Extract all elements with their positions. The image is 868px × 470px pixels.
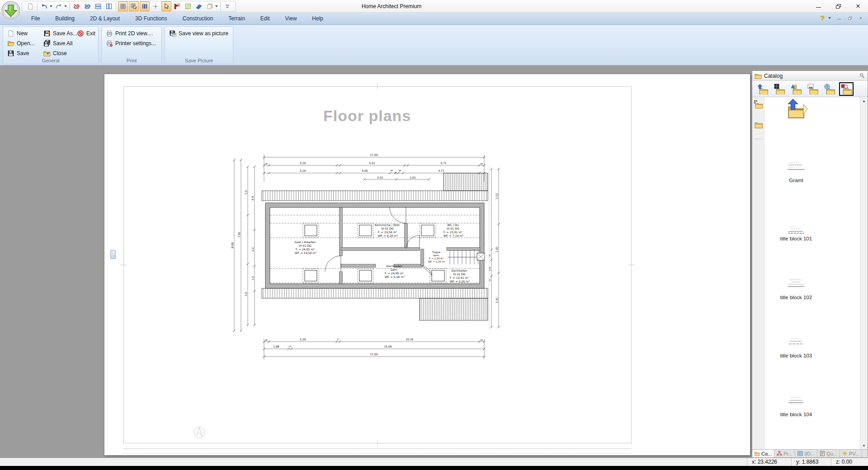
close-button[interactable]: × [848, 0, 868, 12]
catalog-tab-3d[interactable]: 3D... [795, 450, 817, 457]
overflow-chevron-icon [224, 3, 231, 10]
split-vertical-button[interactable] [104, 1, 114, 11]
tab-construction[interactable]: Construction [175, 13, 221, 24]
svg-text:2D: 2D [73, 4, 80, 9]
panel-splitter-grip[interactable] [110, 250, 116, 259]
tab-terrain[interactable]: Terrain [221, 13, 253, 24]
redo-icon [55, 3, 62, 10]
open-label: Open... [17, 40, 34, 47]
group-label-save-picture: Save Picture [165, 58, 233, 63]
doc-restore-button[interactable] [847, 16, 852, 20]
catalog-textures-button[interactable] [806, 82, 820, 96]
catalog-item-graml[interactable]: Graml [764, 178, 828, 183]
quantities-tab-icon [820, 451, 825, 456]
select-grid-button[interactable] [129, 1, 139, 11]
catalog-thumb-103[interactable] [764, 336, 828, 350]
catalog-windows-button[interactable] [772, 82, 787, 96]
new-button[interactable]: New [6, 29, 29, 38]
catalog-item-folder-up[interactable] [784, 98, 809, 120]
scroll-down-button[interactable]: ▼ [860, 442, 868, 449]
catalog-tab-catalog[interactable]: Ca... [752, 450, 774, 457]
undo-dropdown-arrow[interactable] [50, 5, 52, 7]
columns-toggle-button[interactable] [140, 1, 150, 11]
catalog-content[interactable]: Graml title block 101 title block 102 ti… [752, 97, 868, 449]
help-icon[interactable]: ? [821, 14, 825, 22]
3d-view-icon: 3D [84, 3, 91, 10]
catalog-item-titleblock-103[interactable]: title block 103 [764, 353, 828, 358]
tab-3d-functions[interactable]: 3D Functions [127, 13, 175, 24]
svg-text:24: 24 [394, 172, 397, 174]
doc-close-button[interactable]: × [858, 16, 863, 20]
snap-crosshair-button[interactable] [151, 1, 160, 11]
tab-view[interactable]: View [278, 13, 305, 24]
view-3d-button[interactable]: 3D [82, 1, 92, 11]
exit-button[interactable]: Exit [75, 29, 97, 38]
select-cursor-button[interactable] [161, 1, 171, 11]
redo-dropdown-arrow[interactable] [64, 5, 67, 7]
grid-toggle-button[interactable] [118, 1, 128, 11]
catalog-item-titleblock-104[interactable]: title block 104 [764, 412, 828, 417]
catalog-scrollbar[interactable]: ▲ ▼ [860, 97, 868, 449]
tab-building[interactable]: Building [47, 13, 82, 24]
save-view-as-picture-button[interactable]: Save view as picture [168, 29, 230, 38]
printer-icon [106, 30, 113, 37]
open-button[interactable]: Open... [6, 39, 36, 48]
layout-sheet[interactable]: Floor plans [104, 74, 750, 456]
save-all-button[interactable]: Save All [42, 39, 74, 48]
catalog-tab-projects[interactable]: Pr... [774, 450, 795, 457]
roof-plane-tool-button[interactable] [194, 1, 204, 11]
tab-file[interactable]: File [24, 13, 47, 24]
catalog-thumb-102[interactable] [764, 277, 828, 291]
svg-text:38: 38 [390, 169, 393, 172]
catalog-objects-button[interactable] [789, 82, 803, 96]
tab-help[interactable]: Help [304, 13, 331, 24]
roof-corner-tool-button[interactable] [172, 1, 182, 11]
pin-icon[interactable] [859, 73, 865, 79]
hatch-tool-button[interactable] [183, 1, 193, 11]
minimize-button[interactable] [808, 0, 828, 12]
doc-minimize-button[interactable] [836, 16, 841, 20]
svg-text:3,6: 3,6 [244, 190, 247, 195]
toolbar-separator [116, 2, 116, 10]
redo-button[interactable] [54, 1, 64, 11]
tab-edit[interactable]: Edit [253, 13, 278, 24]
catalog-item-titleblock-101[interactable]: title block 101 [764, 236, 828, 241]
help-dropdown-arrow[interactable] [828, 17, 831, 19]
split-horizontal-button[interactable] [93, 1, 103, 11]
new-document-button[interactable] [25, 1, 35, 11]
tab-2d-layout[interactable]: 2D & Layout [82, 13, 127, 24]
save-as-button[interactable]: Save As... [42, 29, 79, 38]
rail-project-folder-button[interactable] [754, 100, 763, 110]
view-2d-button[interactable]: 2D [71, 1, 81, 11]
application-menu-button[interactable] [1, 0, 21, 20]
group-label-print: Print [102, 58, 161, 63]
restore-button[interactable] [828, 0, 848, 12]
undo-button[interactable] [39, 1, 49, 11]
drawing-workspace[interactable]: Floor plans [0, 66, 868, 458]
catalog-thumb-104[interactable] [764, 395, 828, 409]
new-label: New [17, 30, 28, 37]
printer-settings-button[interactable]: Printer settings... [104, 39, 157, 48]
folder-picture-icon [807, 84, 819, 94]
floor-plan-drawing[interactable]: 17,00 38 5,26 5,01 5,71 38 5,26 4,00 38 … [104, 74, 751, 456]
catalog-2d-symbols-button[interactable] [839, 82, 854, 96]
chimney [477, 253, 485, 260]
application-window: Home Architect Premium 2D 3D [0, 0, 868, 470]
catalog-item-titleblock-102[interactable]: title block 102 [764, 295, 828, 300]
layers-button[interactable] [205, 1, 215, 11]
catalog-tab-pv[interactable]: PV... [840, 450, 862, 457]
app-logo-icon [1, 0, 21, 20]
catalog-tab-quantities[interactable]: Qu... [817, 450, 840, 457]
scroll-up-button[interactable]: ▲ [860, 97, 868, 104]
print-2d-view-button[interactable]: Print 2D view.... [104, 29, 154, 38]
layers-dropdown-arrow[interactable] [215, 5, 218, 7]
catalog-materials-button[interactable] [822, 82, 837, 96]
exit-icon [77, 30, 84, 37]
catalog-thumb-graml[interactable] [764, 160, 828, 174]
svg-text:5,26: 5,26 [300, 161, 306, 164]
catalog-up-folder-button[interactable] [755, 82, 770, 96]
save-button[interactable]: Save [6, 49, 30, 58]
rail-folder-button[interactable] [754, 120, 763, 130]
close-button-ribbon[interactable]: Close [42, 49, 68, 58]
toolbar-overflow-button[interactable] [222, 1, 232, 11]
